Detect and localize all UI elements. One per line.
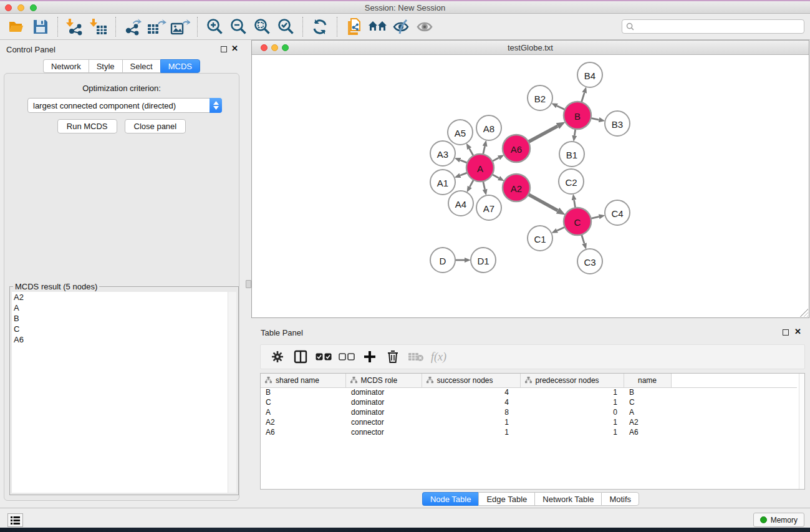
criterion-value: largest connected component (directed) [28, 101, 210, 110]
tab-edge-table[interactable]: Edge Table [478, 492, 534, 506]
zoom-out-button[interactable] [226, 16, 250, 37]
table-scrollbar[interactable] [799, 374, 804, 489]
table-row[interactable]: A6connector11A6 [261, 427, 797, 437]
graph-edge[interactable] [581, 93, 584, 102]
table-settings-button[interactable] [266, 347, 289, 367]
graph-node-label: A1 [437, 178, 448, 188]
mcds-result-list[interactable]: A2ABCA6 [12, 292, 228, 493]
table-close-panel-icon[interactable]: ✕ [794, 327, 801, 336]
show-columns-button[interactable] [289, 347, 312, 367]
memory-button[interactable]: Memory [753, 513, 804, 527]
tab-select[interactable]: Select [122, 59, 160, 73]
result-scrollbar[interactable] [228, 292, 236, 493]
graph-edge[interactable] [528, 195, 557, 211]
import-table-icon [89, 18, 108, 36]
float-panel-icon[interactable] [221, 46, 227, 52]
tab-network-table[interactable]: Network Table [534, 492, 601, 506]
table-float-panel-icon[interactable] [783, 329, 789, 336]
export-table-button[interactable] [145, 16, 168, 37]
graph-edge[interactable] [582, 235, 584, 243]
mcds-result-item[interactable]: C [12, 324, 228, 334]
table-row[interactable]: A2connector11A2 [261, 417, 797, 427]
search-input[interactable] [637, 22, 804, 31]
table-row[interactable]: Adominator80A [261, 407, 797, 417]
graph-edge[interactable] [574, 129, 576, 136]
select-all-button[interactable] [312, 347, 335, 367]
mcds-result-item[interactable]: A [12, 302, 228, 313]
network-window-titlebar[interactable]: testGlobe.txt [252, 41, 809, 55]
graph-node-label: C3 [584, 257, 595, 268]
graph-edge[interactable] [591, 216, 599, 218]
trash-icon [387, 350, 399, 364]
window-resize-grip[interactable] [800, 309, 808, 317]
create-column-button[interactable] [358, 347, 381, 367]
import-table-button[interactable] [87, 16, 110, 37]
tab-node-table[interactable]: Node Table [422, 492, 479, 506]
graph-node-label: C2 [565, 177, 577, 188]
column-header-name[interactable]: name [624, 374, 671, 387]
show-all-button[interactable] [413, 16, 437, 37]
graph-edge[interactable] [460, 160, 467, 163]
import-network-button[interactable] [63, 16, 87, 37]
graph-edge[interactable] [557, 106, 565, 110]
column-header-mcds-role[interactable]: MCDS role [345, 374, 422, 387]
graph-edge[interactable] [460, 173, 467, 175]
open-file-button[interactable] [5, 16, 29, 37]
network-canvas[interactable]: B4B2BB3A5A8A6B1A3AC2A1A2A4A7C4CC1C3DD1 [252, 55, 809, 317]
zoom-fit-button[interactable] [250, 16, 274, 37]
mcds-result-item[interactable]: A6 [12, 334, 228, 345]
graph-node-label: D [440, 256, 446, 266]
panel-splitter-handle[interactable] [246, 280, 251, 288]
node-table-body: Bdominator41BCdominator41CAdominator80AA… [261, 387, 797, 437]
zoom-fit-icon [253, 17, 271, 36]
export-network-button[interactable] [121, 16, 145, 37]
zoom-selected-button[interactable] [274, 16, 297, 37]
column-header-shared-name[interactable]: shared name [261, 374, 345, 387]
search-field[interactable] [622, 19, 804, 34]
delete-table-button[interactable] [404, 347, 427, 367]
save-session-button[interactable] [29, 16, 52, 37]
table-row[interactable]: Cdominator41C [261, 397, 797, 407]
first-neighbors-icon [368, 19, 388, 35]
criterion-dropdown[interactable]: largest connected component (directed) [27, 98, 222, 113]
graph-edge[interactable] [470, 148, 474, 156]
graph-edge[interactable] [483, 181, 485, 189]
network-graph[interactable]: B4B2BB3A5A8A6B1A3AC2A1A2A4A7C4CC1C3DD1 [252, 55, 809, 317]
deselect-all-button[interactable] [335, 347, 358, 367]
column-header-successor-nodes[interactable]: successor nodes [422, 374, 520, 387]
apply-layout-button[interactable] [308, 16, 332, 37]
table-panel: Table Panel ✕ [251, 324, 810, 508]
hide-selected-button[interactable] [390, 16, 413, 37]
tab-network[interactable]: Network [43, 59, 89, 73]
graph-edge[interactable] [574, 200, 576, 208]
graph-node-label: C1 [534, 234, 546, 244]
graph-edge[interactable] [483, 146, 485, 154]
tab-style[interactable]: Style [89, 59, 122, 73]
mcds-panel-body: Optimization criterion: largest connecte… [4, 73, 239, 501]
graph-edge[interactable] [492, 158, 498, 162]
graph-edge[interactable] [492, 175, 499, 178]
column-header-predecessor-nodes[interactable]: predecessor nodes [520, 374, 624, 387]
close-panel-icon[interactable]: ✕ [231, 44, 238, 53]
graph-edge[interactable] [470, 180, 473, 186]
plus-icon [364, 351, 376, 363]
tab-mcds[interactable]: MCDS [160, 59, 200, 73]
graph-edge[interactable] [557, 227, 565, 231]
task-history-button[interactable] [7, 513, 23, 527]
run-mcds-button[interactable]: Run MCDS [57, 119, 117, 133]
mcds-result-item[interactable]: B [12, 313, 228, 324]
mcds-result-item[interactable]: A2 [12, 292, 228, 302]
first-neighbors-button[interactable] [366, 16, 390, 37]
function-builder-button[interactable]: f(x) [427, 347, 450, 367]
tab-motifs[interactable]: Motifs [601, 492, 639, 506]
graph-edge[interactable] [591, 118, 599, 120]
zoom-in-button[interactable] [203, 16, 226, 37]
clone-network-button[interactable] [342, 16, 366, 37]
export-image-button[interactable] [168, 16, 192, 37]
shared-column-icon [350, 377, 357, 384]
table-row[interactable]: Bdominator41B [261, 387, 797, 397]
select-all-icon [316, 353, 332, 361]
delete-column-button[interactable] [381, 347, 404, 367]
graph-edge[interactable] [528, 126, 557, 142]
close-panel-button[interactable]: Close panel [125, 119, 186, 133]
